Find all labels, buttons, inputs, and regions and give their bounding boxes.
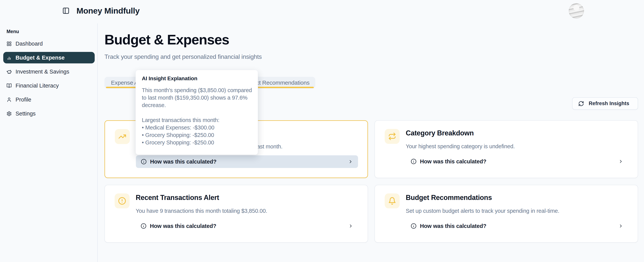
sidebar-item-label: Financial Literacy [16, 82, 59, 89]
card-description: You have 9 transactions this month total… [136, 208, 267, 214]
sidebar-item-label: Settings [16, 110, 36, 117]
popover-transaction-item: • Grocery Shopping: -$250.00 [142, 131, 252, 139]
sidebar-item-label: Dashboard [16, 41, 43, 47]
sidebar-item-profile[interactable]: Profile [0, 94, 95, 105]
how-calculated-link[interactable]: How was this calculated? [406, 155, 628, 168]
info-icon [141, 159, 146, 165]
gear-icon [6, 111, 12, 116]
card-title: Category Breakdown [406, 129, 474, 137]
popover-text-line: decrease. [142, 101, 252, 109]
popover-text-line: to last month ($159,350.00) shows a 97.6… [142, 94, 252, 101]
card-recent-transactions-alert: Recent Transactions Alert You have 9 tra… [104, 185, 368, 243]
popover-text-line: This month's spending ($3,850.00) compar… [142, 87, 252, 94]
sidebar-section-label: Menu [6, 29, 19, 34]
app-title: Money Mindfully [76, 6, 140, 15]
card-title: Budget Recommendations [406, 194, 492, 202]
refresh-insights-button[interactable]: Refresh Insights [572, 97, 638, 110]
popover-body: This month's spending ($3,850.00) compar… [142, 87, 252, 146]
sidebar-item-label: Investment & Savings [16, 69, 69, 75]
bar-chart-icon [6, 55, 12, 60]
how-calculated-label: How was this calculated? [420, 223, 486, 229]
trending-up-icon [115, 129, 130, 144]
sidebar-item-investment-savings[interactable]: Investment & Savings [0, 66, 95, 77]
how-calculated-label: How was this calculated? [150, 159, 216, 165]
top-header: Money Mindfully [0, 0, 644, 23]
info-icon [411, 223, 416, 229]
book-open-icon [6, 83, 12, 88]
user-avatar[interactable] [569, 3, 584, 18]
chevron-right-icon [348, 159, 353, 164]
sidebar-nav: Dashboard Budget & Expense Investme [0, 38, 95, 122]
card-description: Your highest spending category is undefi… [406, 143, 515, 150]
how-calculated-link[interactable]: How was this calculated? [406, 220, 628, 232]
popover-title: AI Insight Explanation [142, 75, 252, 82]
panel-left-icon [62, 7, 70, 14]
page-title: Budget & Expenses [104, 32, 229, 47]
popover-transaction-item: • Medical Expenses: -$300.00 [142, 124, 252, 131]
popover-transactions-heading: Largest transactions this month: [142, 116, 252, 124]
ai-insight-popover: AI Insight Explanation This month's spen… [136, 70, 258, 155]
card-title: Recent Transactions Alert [136, 194, 219, 202]
page-subtitle: Track your spending and get personalized… [104, 53, 262, 60]
how-calculated-label: How was this calculated? [420, 158, 486, 165]
chevron-right-icon [618, 159, 623, 164]
sidebar-item-financial-literacy[interactable]: Financial Literacy [0, 80, 95, 91]
sidebar-item-settings[interactable]: Settings [0, 108, 95, 119]
how-calculated-label: How was this calculated? [150, 223, 216, 229]
bell-icon [385, 193, 400, 208]
sidebar-item-label: Budget & Expense [16, 55, 64, 61]
how-calculated-link[interactable]: How was this calculated? [136, 155, 358, 168]
info-icon [141, 223, 146, 229]
popover-spacer [142, 109, 252, 116]
sidebar-item-dashboard[interactable]: Dashboard [0, 38, 95, 49]
refresh-insights-label: Refresh Insights [588, 101, 629, 106]
sidebar-item-label: Profile [16, 96, 31, 103]
info-icon [411, 159, 416, 164]
sidebar: Menu Dashboard Budget & Expense [0, 23, 98, 262]
main-content: Budget & Expenses Track your spending an… [98, 23, 644, 262]
popover-transaction-item: • Grocery Shopping: -$250.00 [142, 139, 252, 146]
card-description: Set up custom budget alerts to track you… [406, 208, 559, 214]
sidebar-toggle-button[interactable] [62, 6, 70, 15]
piggy-bank-icon [6, 69, 12, 74]
card-category-breakdown: Category Breakdown Your highest spending… [374, 120, 638, 178]
refresh-icon [578, 101, 584, 106]
repeat-icon [385, 129, 400, 144]
sidebar-item-budget-expense[interactable]: Budget & Expense [3, 52, 95, 63]
app-root: Money Mindfully Menu Dashboard [0, 0, 644, 262]
chevron-right-icon [348, 224, 353, 229]
alert-circle-icon [114, 193, 130, 208]
dashboard-grid-icon [6, 41, 12, 46]
chevron-right-icon [618, 224, 623, 229]
user-icon [6, 97, 12, 102]
card-budget-recommendations: Budget Recommendations Set up custom bud… [374, 185, 638, 243]
how-calculated-link[interactable]: How was this calculated? [136, 220, 358, 232]
